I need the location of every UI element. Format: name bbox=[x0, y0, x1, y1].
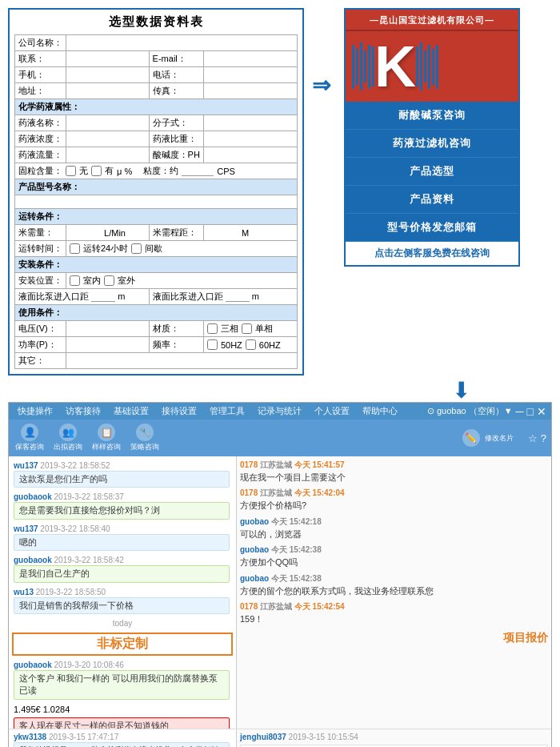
product-value bbox=[15, 195, 298, 209]
solid-yes-check[interactable] bbox=[91, 166, 102, 176]
right-time-4: 今天 15:42:38 bbox=[271, 574, 322, 583]
msg-bubble-1: 您是需要我们直接给您报价对吗？浏 bbox=[14, 502, 230, 519]
right-header-4: guobao 今天 15:42:38 bbox=[240, 573, 548, 584]
msg-bubble-6: 这个客户 和我们一样的 可以用用我们的防腐替换泵 已读 bbox=[14, 670, 230, 700]
chat-icon-0[interactable]: 👤 保客咨询 bbox=[14, 422, 46, 454]
contact-label: 联系： bbox=[15, 51, 66, 67]
out-dist-input[interactable] bbox=[226, 291, 250, 302]
top-section: 选型数据资料表 公司名称： 联系： E-mail： 手机： 电话： 地址： bbox=[0, 0, 560, 380]
bottom-right-name: jenghui8037 bbox=[240, 733, 286, 741]
chat-icon-3[interactable]: 🔧 策略咨询 bbox=[129, 422, 161, 454]
icon-circle-edit: ✏️ bbox=[462, 429, 480, 447]
chem-name-input[interactable] bbox=[70, 118, 146, 128]
chat-minimize-btn[interactable]: ─ bbox=[516, 405, 524, 418]
sg-input[interactable] bbox=[207, 135, 294, 144]
chat-right-panel: 0178 江苏盐城 今天 15:41:57 现在我一个项目上需要这个 0178 … bbox=[237, 456, 551, 729]
conc-input[interactable] bbox=[70, 135, 146, 144]
msg-bubble-2: 嗯的 bbox=[14, 534, 230, 551]
product-input[interactable] bbox=[18, 197, 294, 207]
chat-window: 快捷操作 访客接待 基础设置 接待设置 管理工具 记录与统计 个人设置 帮助中心… bbox=[8, 402, 552, 747]
msg-bubble-4: 我们是销售的我帮须一下价格 bbox=[14, 597, 230, 614]
viscosity-input[interactable] bbox=[182, 166, 214, 176]
bottom-right-sender: jenghui8037 2019-3-15 10:15:54 bbox=[240, 733, 548, 741]
install-outdoor-check[interactable] bbox=[104, 275, 114, 286]
chat-icon-2[interactable]: 📋 样样咨询 bbox=[90, 422, 122, 454]
right-user-0: 0178 bbox=[240, 460, 258, 469]
company-input[interactable] bbox=[70, 38, 294, 48]
other-input[interactable] bbox=[70, 356, 294, 366]
chat-maximize-btn[interactable]: □ bbox=[527, 405, 534, 418]
chat-star-btn[interactable]: ☆ bbox=[528, 432, 538, 444]
solid-unit: μ % bbox=[117, 167, 132, 176]
btn-filter[interactable]: 药液过滤机咨询 bbox=[346, 130, 518, 158]
toolbar-item-7[interactable]: 帮助中心 bbox=[358, 404, 402, 418]
op-24h-check[interactable] bbox=[70, 243, 80, 254]
chat-icon-edit[interactable]: ✏️ 修改名片 bbox=[461, 428, 515, 449]
toolbar-item-6[interactable]: 个人设置 bbox=[310, 404, 354, 418]
sender-name-6: guobaook bbox=[14, 661, 52, 669]
chat-close-btn[interactable]: ✕ bbox=[537, 405, 546, 418]
bar5 bbox=[368, 45, 370, 89]
install-indoor-check[interactable] bbox=[70, 275, 80, 286]
msg-sender-0: wu137 2019-3-22 18:58:52 bbox=[14, 461, 231, 470]
right-user-5: 0178 bbox=[240, 602, 258, 611]
toolbar-item-5[interactable]: 记录与统计 bbox=[254, 404, 306, 418]
chat-help-btn[interactable]: ? bbox=[541, 432, 546, 444]
chem-name-value bbox=[66, 115, 150, 131]
single-phase-check[interactable] bbox=[242, 323, 252, 334]
in-unit: m bbox=[118, 291, 125, 301]
bottom-left-text: 我们的设想是，，，装个检测仪在流水线养，有个类似针的或者某什么以可以检测的探头，… bbox=[14, 742, 230, 747]
op-interval-label: 间歇 bbox=[145, 243, 162, 255]
voltage-label: 电压(V)： bbox=[15, 321, 66, 337]
right-user-4: guobao bbox=[240, 574, 269, 583]
fax-input[interactable] bbox=[207, 86, 294, 96]
fax-label: 传真： bbox=[149, 83, 203, 99]
solid-no-check[interactable] bbox=[66, 166, 76, 176]
icon-label-0: 保客咨询 bbox=[15, 442, 44, 452]
voltage-value bbox=[66, 321, 150, 337]
form-table: 公司名称： 联系： E-mail： 手机： 电话： 地址： 传真： bbox=[14, 34, 298, 369]
btn-product-info[interactable]: 产品资料 bbox=[346, 186, 518, 214]
fax-value bbox=[203, 83, 297, 99]
msg-sender-1: guobaook 2019-3-22 18:58:37 bbox=[14, 492, 231, 501]
phone-input[interactable] bbox=[207, 70, 294, 80]
email-label: E-mail： bbox=[149, 51, 203, 67]
op-dist-input[interactable] bbox=[207, 228, 239, 238]
label-xiangmu: 项目报价 bbox=[240, 629, 548, 647]
op-flow-input[interactable] bbox=[70, 228, 102, 238]
right-time-2: 今天 15:42:18 bbox=[271, 517, 322, 526]
toolbar-item-2[interactable]: 基础设置 bbox=[110, 404, 153, 418]
voltage-input[interactable] bbox=[70, 324, 146, 334]
sg-label: 药液比重： bbox=[149, 131, 203, 147]
email-input[interactable] bbox=[207, 54, 294, 64]
right-text-4: 方便的留个您的联系方式吗，我这业务经理联系您 bbox=[240, 584, 548, 598]
material-value: 三相 单相 bbox=[203, 321, 297, 337]
toolbar-item-3[interactable]: 接待设置 bbox=[158, 404, 201, 418]
btn-acid-pump[interactable]: 耐酸碱泵咨询 bbox=[346, 102, 518, 130]
flow-chem-input[interactable] bbox=[70, 151, 146, 160]
address-input[interactable] bbox=[70, 86, 146, 96]
mobile-input[interactable] bbox=[70, 70, 146, 80]
power-input[interactable] bbox=[70, 340, 146, 350]
toolbar-item-4[interactable]: 管理工具 bbox=[206, 404, 249, 418]
freq-50-check[interactable] bbox=[207, 339, 218, 350]
right-time-5: 今天 15:42:54 bbox=[294, 602, 345, 611]
op-interval-check[interactable] bbox=[131, 243, 142, 254]
phone-label: 电话： bbox=[149, 67, 203, 83]
btn-price-email[interactable]: 型号价格发您邮箱 bbox=[346, 214, 518, 242]
three-phase-check[interactable] bbox=[207, 323, 218, 334]
molecular-input[interactable] bbox=[207, 118, 294, 128]
sg-value bbox=[203, 131, 297, 147]
toolbar-item-1[interactable]: 访客接待 bbox=[62, 404, 105, 418]
in-dist-input[interactable] bbox=[91, 291, 115, 302]
ph-input[interactable] bbox=[207, 151, 294, 160]
freq-60-check[interactable] bbox=[246, 339, 256, 350]
contact-input[interactable] bbox=[70, 54, 146, 64]
right-text-5: 159！ bbox=[240, 612, 548, 626]
btn-product-select[interactable]: 产品选型 bbox=[346, 158, 518, 186]
chat-icon-1[interactable]: 👥 出拟咨询 bbox=[52, 422, 84, 454]
form-panel: 选型数据资料表 公司名称： 联系： E-mail： 手机： 电话： 地址： bbox=[8, 8, 304, 376]
toolbar-item-0[interactable]: 快捷操作 bbox=[14, 404, 57, 418]
address-label: 地址： bbox=[15, 83, 66, 99]
bar1 bbox=[352, 45, 354, 89]
